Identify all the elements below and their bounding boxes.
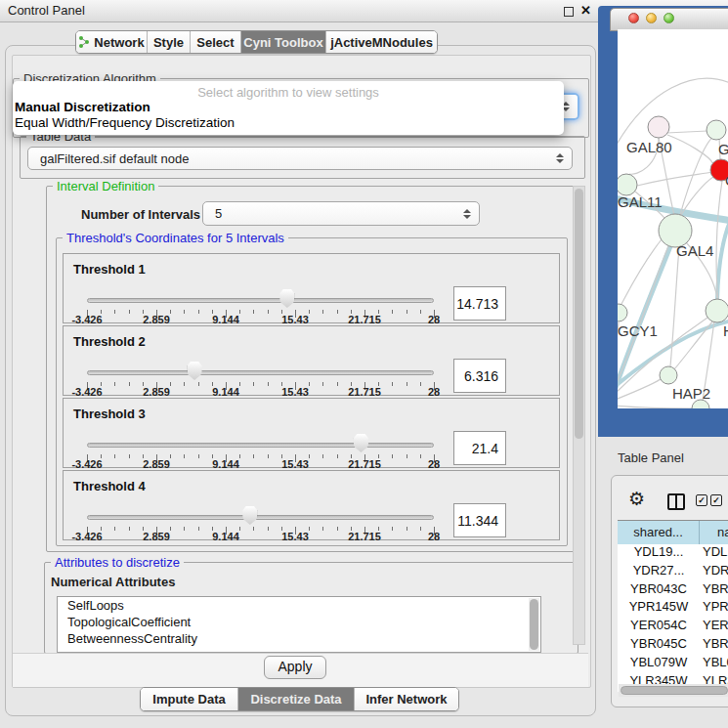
column-header-name[interactable]: name <box>700 521 728 544</box>
table-horizontal-scrollbar[interactable] <box>619 684 728 697</box>
cell[interactable]: YDR27... <box>618 563 700 581</box>
slider-thumb[interactable] <box>279 289 294 308</box>
cell[interactable]: YBR043C <box>618 581 700 600</box>
threshold-3-slider[interactable]: -3.4262.8599.14415.4321.71528 <box>87 399 434 469</box>
cell[interactable]: YDL1 <box>700 544 728 563</box>
threshold-2-slider[interactable]: -3.4262.8599.14415.4321.71528 <box>87 326 434 397</box>
slider-track[interactable] <box>87 443 434 448</box>
network-node[interactable] <box>660 366 677 384</box>
cell[interactable]: YBL079W <box>618 655 700 673</box>
tab-infer-network[interactable]: Infer Network <box>355 688 458 710</box>
cell[interactable]: YDL19... <box>618 544 700 563</box>
cell[interactable]: YPR1 <box>700 599 728 618</box>
slider-track[interactable] <box>87 298 434 303</box>
cell[interactable]: YBR045C <box>618 636 700 655</box>
number-of-intervals-combobox[interactable]: 5 <box>202 201 480 226</box>
checkbox-icon[interactable]: ✓ <box>710 494 722 506</box>
threshold-1-slider[interactable]: -3.4262.8599.14415.4321.71528 <box>87 254 434 324</box>
cell[interactable]: YBR0 <box>700 581 728 600</box>
apply-button[interactable]: Apply <box>264 656 326 679</box>
close-window-icon[interactable] <box>628 13 639 23</box>
tab-jactivemnodules[interactable]: jActiveMNodules <box>326 31 437 53</box>
slider-tick-labels: -3.4262.8599.14415.4321.71528 <box>87 386 434 398</box>
split-column-icon[interactable] <box>667 493 685 510</box>
tab-discretize-data[interactable]: Discretize Data <box>238 688 355 710</box>
tab-jactivemnodules-label: jActiveMNodules <box>330 35 433 50</box>
threshold-3-value-field[interactable]: 21.4 <box>453 431 506 465</box>
threshold-4-value-field[interactable]: 11.344 <box>453 503 506 537</box>
dropdown-item-manual[interactable]: Manual Discretization <box>13 100 564 115</box>
float-panel-icon[interactable] <box>564 7 574 17</box>
table-data-combobox[interactable]: galFiltered.sif default node <box>27 147 573 170</box>
algorithm-dropdown-popup: Select algorithm to view settings Manual… <box>13 81 564 135</box>
control-panel-tabs: Network Style Select Cyni Toolbox jActiv… <box>75 30 438 54</box>
cell[interactable]: YER054C <box>618 618 700 636</box>
tab-network-label: Network <box>94 35 144 50</box>
bottom-tabs: Impute Data Discretize Data Infer Networ… <box>140 687 459 711</box>
tab-impute-data[interactable]: Impute Data <box>141 688 238 710</box>
dropdown-item-equal-width[interactable]: Equal Width/Frequency Discretization <box>13 115 564 131</box>
thresholds-group-title: Threshold's Coordinates for 5 Intervals <box>63 231 288 245</box>
threshold-4-slider[interactable]: -3.4262.8599.14415.4321.71528 <box>87 471 434 541</box>
list-item[interactable]: SelfLoops <box>58 597 540 614</box>
list-item[interactable]: BetweennessCentrality <box>58 630 540 647</box>
scrollbar-thumb[interactable] <box>621 686 728 695</box>
threshold-1-value-field[interactable]: 14.713 <box>453 286 506 321</box>
tab-network[interactable]: Network <box>76 31 148 53</box>
checkbox-icon[interactable]: ✓ <box>696 494 707 506</box>
combo-arrows-icon <box>556 153 564 163</box>
network-view-canvas[interactable]: GAL80GACGAL11GAL4GCY1HHAP2 <box>618 29 728 408</box>
minimize-window-icon[interactable] <box>646 13 657 23</box>
cell[interactable]: YBR0 <box>700 636 728 655</box>
scrollbar-thumb[interactable] <box>575 189 583 439</box>
numerical-attributes-list[interactable]: SelfLoops TopologicalCoefficient Between… <box>57 596 541 653</box>
slider-track[interactable] <box>87 515 434 520</box>
table-row[interactable]: YDL19...YDL1 <box>618 544 728 563</box>
cell[interactable]: YDR2 <box>700 563 728 581</box>
tab-select-label: Select <box>196 35 234 50</box>
cell[interactable]: YBL0 <box>700 655 728 673</box>
network-node[interactable] <box>706 299 728 322</box>
table-row[interactable]: YPR145WYPR1 <box>618 599 728 618</box>
slider-thumb[interactable] <box>354 434 368 452</box>
table-row[interactable]: YBR045CYBR0 <box>618 636 728 655</box>
tab-discretize-data-label: Discretize Data <box>250 692 341 707</box>
tab-select[interactable]: Select <box>191 31 241 53</box>
node-label: GCY1 <box>618 322 658 339</box>
threshold-list: Threshold 1 -3.4262.8599.14415.4321.7152… <box>63 253 560 540</box>
slider-tick-labels: -3.4262.8599.14415.4321.71528 <box>87 314 434 325</box>
slider-thumb[interactable] <box>242 506 257 525</box>
network-node[interactable] <box>648 116 669 138</box>
table-header: shared... name <box>618 520 728 545</box>
column-header-shared[interactable]: shared... <box>618 521 700 544</box>
table-data-value: galFiltered.sif default node <box>40 151 189 166</box>
tab-cyni-toolbox[interactable]: Cyni Toolbox <box>241 31 326 53</box>
table-row[interactable]: YDR27...YDR2 <box>618 563 728 581</box>
dropdown-placeholder-item[interactable]: Select algorithm to view settings <box>13 85 564 100</box>
table-row[interactable]: YBL079WYBL0 <box>618 655 728 673</box>
tab-style[interactable]: Style <box>148 31 191 53</box>
network-node[interactable] <box>707 120 726 140</box>
network-node[interactable] <box>618 174 637 195</box>
threshold-2-value-field[interactable]: 6.316 <box>453 359 506 393</box>
list-scrollbar[interactable] <box>529 598 539 651</box>
table-body[interactable]: YDL19...YDL1 YDR27...YDR2 YBR043CYBR0 YP… <box>618 544 728 692</box>
table-row[interactable]: YBR043CYBR0 <box>618 581 728 600</box>
table-row[interactable]: YER054CYER0 <box>618 618 728 636</box>
slider-track[interactable] <box>87 370 434 375</box>
cell[interactable]: YPR145W <box>618 599 700 618</box>
threshold-3-panel: Threshold 3 -3.4262.8599.14415.4321.7152… <box>63 398 560 468</box>
network-node[interactable] <box>618 304 627 321</box>
maximize-window-icon[interactable] <box>664 13 674 23</box>
network-window-titlebar[interactable] <box>610 8 728 31</box>
list-item[interactable]: TopologicalCoefficient <box>58 614 540 630</box>
gear-icon[interactable]: ⚙ <box>628 490 645 508</box>
app-window: Control Panel ✕ Network Style Select Cyn… <box>0 0 728 728</box>
node-label: H <box>723 322 728 339</box>
cell[interactable]: YER0 <box>700 618 728 636</box>
node-label: HAP2 <box>672 385 710 402</box>
close-panel-icon[interactable]: ✕ <box>580 3 591 18</box>
table-panel-title: Table Panel <box>618 450 684 465</box>
slider-thumb[interactable] <box>188 362 202 380</box>
content-scrollbar[interactable] <box>573 186 585 645</box>
